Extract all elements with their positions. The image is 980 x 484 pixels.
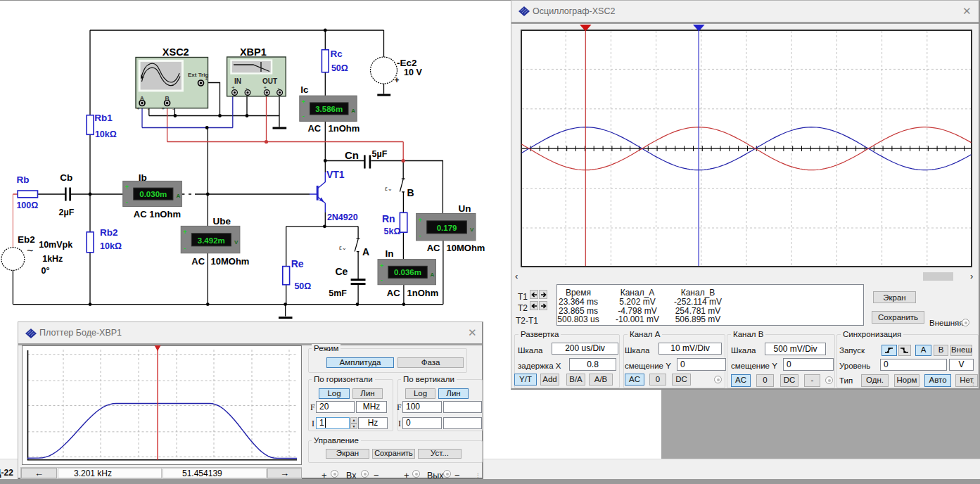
svg-text:5mF: 5mF bbox=[329, 288, 347, 298]
svg-text:A: A bbox=[176, 193, 180, 199]
svg-text:50Ω: 50Ω bbox=[331, 63, 348, 73]
svg-text:+: + bbox=[264, 84, 267, 91]
svg-text:A: A bbox=[140, 95, 144, 102]
svg-text:AC: AC bbox=[307, 123, 321, 134]
svg-text:3.586m: 3.586m bbox=[315, 105, 343, 113]
svg-text:1kHz: 1kHz bbox=[42, 254, 63, 264]
svg-text:-: - bbox=[126, 198, 128, 205]
svg-text:10mVpk: 10mVpk bbox=[39, 240, 72, 250]
svg-text:2µF: 2µF bbox=[59, 208, 75, 217]
svg-text:Cb: Cb bbox=[60, 172, 72, 183]
svg-text:ε⌄: ε⌄ bbox=[385, 185, 393, 192]
svg-text:Ic: Ic bbox=[300, 84, 309, 95]
svg-text:0.179: 0.179 bbox=[437, 224, 457, 232]
svg-text:A: A bbox=[431, 272, 435, 278]
svg-text:-Ec2: -Ec2 bbox=[397, 58, 417, 68]
svg-text:10kΩ: 10kΩ bbox=[100, 241, 122, 251]
svg-text:AC: AC bbox=[387, 288, 400, 298]
svg-text:ε⌄: ε⌄ bbox=[339, 244, 347, 251]
svg-text:-: - bbox=[419, 232, 421, 239]
svg-text:10 V: 10 V bbox=[404, 68, 422, 77]
svg-text:-: - bbox=[303, 113, 305, 120]
svg-text:+: + bbox=[302, 98, 305, 106]
svg-text:IN: IN bbox=[234, 77, 241, 85]
svg-text:Rb: Rb bbox=[16, 174, 29, 185]
svg-text:Ce: Ce bbox=[336, 266, 348, 277]
svg-text:XBP1: XBP1 bbox=[240, 46, 267, 58]
svg-text:-: - bbox=[246, 84, 248, 91]
svg-text:+: + bbox=[136, 106, 140, 112]
svg-text:0°: 0° bbox=[42, 266, 50, 276]
svg-text:-: - bbox=[381, 276, 383, 284]
svg-text:50Ω: 50Ω bbox=[294, 281, 311, 291]
svg-text:B: B bbox=[407, 187, 414, 198]
svg-text:Rc: Rc bbox=[330, 49, 343, 59]
svg-text:VT1: VT1 bbox=[326, 169, 345, 180]
svg-text:+: + bbox=[395, 75, 400, 85]
svg-text:Un: Un bbox=[458, 203, 471, 214]
svg-text:-: - bbox=[278, 84, 280, 91]
svg-text:Rb1: Rb1 bbox=[94, 113, 113, 123]
svg-text:+: + bbox=[380, 262, 383, 269]
svg-text:Rn: Rn bbox=[382, 213, 395, 224]
svg-text:In: In bbox=[385, 248, 393, 259]
svg-text:V: V bbox=[234, 239, 238, 246]
svg-text:100Ω: 100Ω bbox=[16, 200, 38, 210]
svg-text:+: + bbox=[183, 229, 186, 236]
svg-text:5kΩ: 5kΩ bbox=[384, 227, 401, 236]
svg-text:AC 1nOhm: AC 1nOhm bbox=[134, 209, 181, 219]
svg-text:XSC2: XSC2 bbox=[163, 46, 189, 58]
svg-text:+: + bbox=[125, 184, 129, 191]
svg-text:AC: AC bbox=[427, 243, 440, 253]
svg-text:Ib: Ib bbox=[139, 172, 147, 183]
svg-text:+: + bbox=[162, 106, 165, 112]
svg-text:Eb2: Eb2 bbox=[18, 234, 35, 245]
svg-text:1nOhm: 1nOhm bbox=[407, 288, 439, 298]
svg-text:2N4920: 2N4920 bbox=[327, 212, 358, 222]
svg-text:A: A bbox=[362, 246, 369, 257]
svg-text:Rb2: Rb2 bbox=[100, 227, 118, 238]
svg-text:3.492m: 3.492m bbox=[198, 236, 225, 245]
svg-text:10kΩ: 10kΩ bbox=[95, 129, 117, 139]
svg-text:0.036m: 0.036m bbox=[394, 268, 421, 276]
svg-text:-: - bbox=[148, 106, 150, 112]
svg-text:0.030m: 0.030m bbox=[139, 190, 167, 198]
svg-text:A: A bbox=[351, 108, 355, 114]
svg-text:-: - bbox=[184, 245, 186, 252]
svg-text:1nOhm: 1nOhm bbox=[329, 123, 360, 134]
svg-text:Ube: Ube bbox=[213, 216, 231, 227]
svg-text:~: ~ bbox=[27, 245, 33, 257]
svg-text:Re: Re bbox=[291, 258, 304, 269]
svg-text:AC: AC bbox=[191, 256, 205, 267]
svg-text:+: + bbox=[205, 76, 208, 82]
svg-text:V: V bbox=[470, 227, 474, 233]
svg-text:B: B bbox=[165, 95, 169, 102]
svg-text:10MOhm: 10MOhm bbox=[447, 243, 485, 253]
svg-text:-: - bbox=[172, 106, 174, 112]
svg-text:+: + bbox=[231, 84, 235, 91]
svg-text:Cn: Cn bbox=[345, 149, 359, 161]
svg-text:5µF: 5µF bbox=[372, 149, 388, 159]
svg-text:+: + bbox=[419, 217, 422, 224]
svg-text:10MOhm: 10MOhm bbox=[211, 256, 250, 267]
